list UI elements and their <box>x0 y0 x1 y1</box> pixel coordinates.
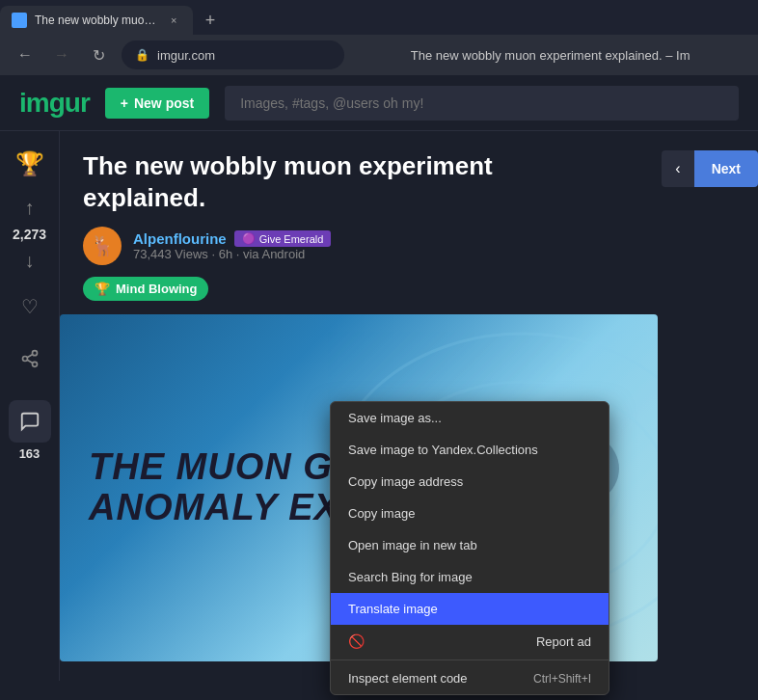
author-name[interactable]: Alpenflourine <box>133 230 227 247</box>
comment-section: 163 <box>9 400 51 461</box>
trophy-icon: 🏆 <box>15 150 44 177</box>
page-title-display: The new wobbly muon experiment explained… <box>354 48 746 63</box>
back-button[interactable]: ← <box>12 41 39 68</box>
svg-line-3 <box>27 360 33 363</box>
forward-button[interactable]: → <box>48 41 75 68</box>
context-report-ad[interactable]: 🚫 Report ad <box>331 625 609 658</box>
downvote-button[interactable]: ↓ <box>17 242 42 280</box>
context-translate[interactable]: Translate image <box>331 593 609 625</box>
emerald-badge[interactable]: 🟣 Give Emerald <box>234 230 332 247</box>
post-title: The new wobbly muon experiment explained… <box>83 150 584 213</box>
context-inspect[interactable]: Inspect element code Ctrl+Shift+I <box>331 662 609 694</box>
imgur-logo[interactable]: imgur <box>19 88 90 119</box>
left-sidebar: 🏆 ↑ 2,273 ↓ ♡ 163 <box>0 131 60 681</box>
context-menu-separator <box>331 660 609 660</box>
lock-icon: 🔒 <box>135 48 149 62</box>
url-text: imgur.com <box>157 48 331 63</box>
context-search-bing[interactable]: Search Bing for image <box>331 561 609 593</box>
search-input[interactable] <box>225 86 739 121</box>
active-tab[interactable]: The new wobbly muon… × <box>0 6 193 35</box>
reload-button[interactable]: ↻ <box>85 41 112 68</box>
vote-count: 2,273 <box>13 227 46 242</box>
svg-point-1 <box>22 357 27 362</box>
tab-bar: The new wobbly muon… × + <box>0 0 758 35</box>
post-area: ‹ Next The new wobbly muon experiment ex… <box>60 131 758 681</box>
tab-close-button[interactable]: × <box>166 13 181 28</box>
context-save-as[interactable]: Save image as... <box>331 402 609 434</box>
main-content: 🏆 ↑ 2,273 ↓ ♡ 163 ‹ Next The new w <box>0 131 758 681</box>
context-menu: Save image as... Save image to Yandex.Co… <box>330 401 609 695</box>
tab-favicon <box>12 13 27 28</box>
prev-post-button[interactable]: ‹ <box>662 150 693 187</box>
author-row: Alpenflourine 🟣 Give Emerald <box>133 230 331 247</box>
tab-title: The new wobbly muon… <box>35 13 158 27</box>
new-post-label: New post <box>134 95 194 111</box>
avatar: 🦌 <box>83 227 122 265</box>
svg-point-0 <box>32 351 37 356</box>
new-post-icon: + <box>121 95 128 111</box>
context-open-new-tab[interactable]: Open image in new tab <box>331 529 609 561</box>
mind-blowing-tag[interactable]: 🏆 Mind Blowing <box>83 277 208 301</box>
imgur-header: imgur + New post <box>0 75 758 131</box>
new-post-button[interactable]: + New post <box>105 88 209 119</box>
emerald-label: Give Emerald <box>259 233 324 245</box>
browser-chrome: The new wobbly muon… × + ← → ↻ 🔒 imgur.c… <box>0 0 758 75</box>
share-button[interactable] <box>13 341 47 381</box>
post-stats: 73,443 Views · 6h · via Android <box>133 247 331 261</box>
context-copy-address[interactable]: Copy image address <box>331 466 609 498</box>
emerald-icon: 🟣 <box>242 232 256 245</box>
context-save-yandex[interactable]: Save image to Yandex.Collections <box>331 434 609 466</box>
post-navigation: ‹ Next <box>662 150 758 187</box>
no-entry-icon: 🚫 <box>348 633 365 649</box>
comment-button[interactable] <box>9 400 51 443</box>
nav-bar: ← → ↻ 🔒 imgur.com The new wobbly muon ex… <box>0 35 758 75</box>
new-tab-button[interactable]: + <box>197 7 224 34</box>
like-button[interactable]: ♡ <box>14 287 46 326</box>
address-bar[interactable]: 🔒 imgur.com <box>122 40 344 69</box>
context-copy-image[interactable]: Copy image <box>331 498 609 529</box>
svg-point-2 <box>32 362 37 366</box>
author-info: Alpenflourine 🟣 Give Emerald 73,443 View… <box>133 230 331 261</box>
svg-line-4 <box>27 354 33 357</box>
comment-count: 163 <box>19 446 41 461</box>
tag-icon: 🏆 <box>95 282 110 296</box>
next-post-button[interactable]: Next <box>694 150 758 187</box>
post-meta: 🦌 Alpenflourine 🟣 Give Emerald 73,443 Vi… <box>83 227 735 265</box>
upvote-button[interactable]: ↑ <box>17 189 42 227</box>
tag-label: Mind Blowing <box>116 282 197 296</box>
